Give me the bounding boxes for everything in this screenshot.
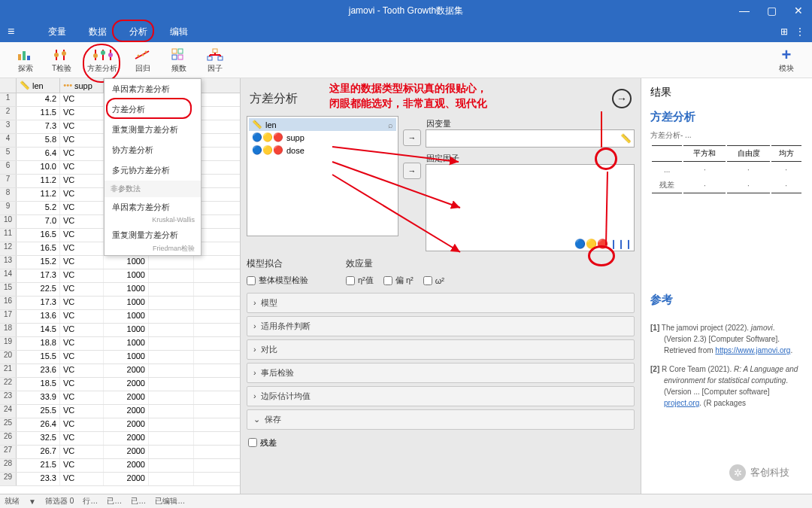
table-row[interactable]: 2923.3VC2000 xyxy=(0,473,240,486)
svg-point-8 xyxy=(93,53,98,58)
accordion-4[interactable]: ›边际估计均值 xyxy=(247,386,635,406)
nominal-icon: 🔵🟡🔴 xyxy=(252,132,283,142)
reference-item: [1] The jamovi project (2022). jamovi. (… xyxy=(650,322,803,356)
menu-ancova[interactable]: 协方差分析 xyxy=(105,140,201,160)
accordion-2[interactable]: ›对比 xyxy=(247,339,635,360)
filter-icon[interactable]: ▼ xyxy=(29,497,36,506)
table-row[interactable]: 2425.5VC2000 xyxy=(0,405,240,418)
status-edited: 已编辑… xyxy=(155,496,185,506)
accordion-3[interactable]: ›事后检验 xyxy=(247,363,635,383)
toolbar-factor[interactable]: 因子 xyxy=(205,47,226,74)
eta2-checkbox[interactable]: η²值 xyxy=(346,275,374,286)
move-to-fixed-button[interactable]: → xyxy=(403,163,421,179)
table-row[interactable]: 1814.5VC1000 xyxy=(0,324,240,337)
watermark: ✲ 客创科技 xyxy=(729,464,789,481)
svg-rect-21 xyxy=(213,49,217,53)
hamburger-icon[interactable]: ≡ xyxy=(8,25,14,38)
continuous-icon: 📏 xyxy=(252,120,262,129)
table-row[interactable]: 2015.5VC1000 xyxy=(0,351,240,364)
toolbar-modules[interactable]: +模块 xyxy=(776,47,797,74)
table-row[interactable]: 1713.6VC1000 xyxy=(0,310,240,324)
status-ready: 就绪 xyxy=(5,496,20,506)
table-row[interactable]: 1617.3VC1000 xyxy=(0,297,240,310)
plus-icon: + xyxy=(776,47,797,63)
svg-rect-22 xyxy=(208,56,212,60)
table-row[interactable]: 1522.5VC1000 xyxy=(0,283,240,297)
references-title: 参考 xyxy=(650,293,803,307)
status-filter: 筛选器 0 xyxy=(45,496,74,506)
run-arrow-button[interactable]: → xyxy=(612,89,632,108)
svg-rect-19 xyxy=(172,55,177,59)
results-pane: 结果 方差分析 方差分析- ... 平方和自由度均方 ...··· 残差··· … xyxy=(641,78,812,494)
variable-source-list[interactable]: 📏len⌕ 🔵🟡🔴supp 🔵🟡🔴dose xyxy=(247,116,398,236)
table-row[interactable]: 1417.3VC1000 xyxy=(0,269,240,283)
table-caption: 方差分析- ... xyxy=(650,130,803,141)
toolbar-regression[interactable]: 回归 xyxy=(132,47,153,74)
accordion-1[interactable]: ›适用条件判断 xyxy=(247,316,635,336)
table-row[interactable]: 2632.5VC2000 xyxy=(0,432,240,446)
reference-item: [2] R Core Team (2021). R: A Language an… xyxy=(650,364,803,409)
move-to-dependent-button[interactable]: → xyxy=(403,129,421,146)
menu-kruskal[interactable]: 单因素方差分析 xyxy=(105,197,201,217)
toolbar-anova[interactable]: 方差分析 xyxy=(87,47,117,74)
table-row[interactable]: 2821.5VC2000 xyxy=(0,459,240,473)
anova-results-table: 平方和自由度均方 ...··· 残差··· xyxy=(650,144,803,195)
menu-edit[interactable]: 编辑 xyxy=(159,23,199,41)
search-icon[interactable]: ⌕ xyxy=(388,120,393,129)
wechat-icon: ✲ xyxy=(729,464,746,481)
svg-rect-18 xyxy=(178,49,183,53)
ttest-icon xyxy=(51,47,72,63)
toolbar-explore[interactable]: 探索 xyxy=(15,47,36,74)
menu-rm-anova[interactable]: 重复测量方差分析 xyxy=(105,120,201,140)
overall-test-checkbox[interactable]: 整体模型检验 xyxy=(247,275,308,286)
accordion-5[interactable]: ⌄保存 xyxy=(247,409,635,430)
results-section: 方差分析 xyxy=(650,110,803,124)
menu-analyses[interactable]: 分析 xyxy=(118,23,159,41)
maximize-button[interactable]: ▢ xyxy=(758,0,785,21)
annotation-circle-1 xyxy=(595,148,617,170)
analyses-toolbar: 探索 T检验 方差分析 回归 频数 因子 +模块 xyxy=(0,42,812,78)
col-header-len[interactable]: 📏len xyxy=(17,78,60,93)
accordion-0[interactable]: ›模型 xyxy=(247,293,635,313)
toolbar-ttest[interactable]: T检验 xyxy=(51,47,72,74)
fixed-label: 固定因子 xyxy=(426,153,459,164)
fixed-factors-target[interactable]: 固定因子 🔵🟡🔴❙❙❙ xyxy=(426,164,635,251)
close-button[interactable]: ✕ xyxy=(785,0,812,21)
svg-point-6 xyxy=(62,51,66,56)
svg-point-15 xyxy=(142,53,144,56)
table-row[interactable]: 1918.8VC1000 xyxy=(0,337,240,351)
status-added: 已… xyxy=(107,496,122,506)
window-controls: — ▢ ✕ xyxy=(731,0,812,21)
continuous-icon: 📏 xyxy=(20,81,30,90)
minimize-button[interactable]: — xyxy=(731,0,758,21)
status-deleted: 已… xyxy=(131,496,146,506)
partial-eta2-checkbox[interactable]: 偏 η² xyxy=(383,275,414,286)
menu-anova[interactable]: 方差分析 xyxy=(105,99,201,120)
svg-point-4 xyxy=(54,53,59,57)
omega2-checkbox[interactable]: ω² xyxy=(423,276,444,285)
svg-rect-20 xyxy=(178,55,183,59)
table-row[interactable]: 1315.2VC1000 xyxy=(0,256,240,269)
ordinal-icon: ❙❙❙ xyxy=(610,239,632,249)
var-len[interactable]: 📏len⌕ xyxy=(249,118,396,131)
var-supp[interactable]: 🔵🟡🔴supp xyxy=(249,131,396,144)
var-dose[interactable]: 🔵🟡🔴dose xyxy=(249,144,396,157)
table-row[interactable]: 2218.5VC2000 xyxy=(0,378,240,391)
table-row[interactable]: 2123.6VC2000 xyxy=(0,364,240,378)
nominal-icon: 🔵🟡🔴 xyxy=(252,145,283,155)
dependent-variable-target[interactable]: 因变量 📏 xyxy=(426,129,635,148)
table-row[interactable]: 2726.7VC2000 xyxy=(0,446,240,459)
kebab-icon[interactable]: ⋮ xyxy=(795,26,804,37)
table-row[interactable]: 2526.4VC2000 xyxy=(0,418,240,432)
table-row[interactable]: 2333.9VC2000 xyxy=(0,391,240,405)
svg-point-12 xyxy=(108,53,113,57)
settings-icon[interactable]: ⊞ xyxy=(780,26,788,37)
panel-title: 方差分析 xyxy=(250,91,298,107)
dependent-label: 因变量 xyxy=(426,118,451,129)
menu-variables[interactable]: 变量 xyxy=(37,23,77,41)
residuals-checkbox[interactable]: 残差 xyxy=(247,433,635,453)
menu-mancova[interactable]: 多元协方差分析 xyxy=(105,160,201,181)
menu-friedman[interactable]: 重复测量方差分析 xyxy=(105,225,201,245)
menu-oneway-anova[interactable]: 单因素方差分析 xyxy=(105,79,201,99)
toolbar-frequencies[interactable]: 频数 xyxy=(168,47,189,74)
